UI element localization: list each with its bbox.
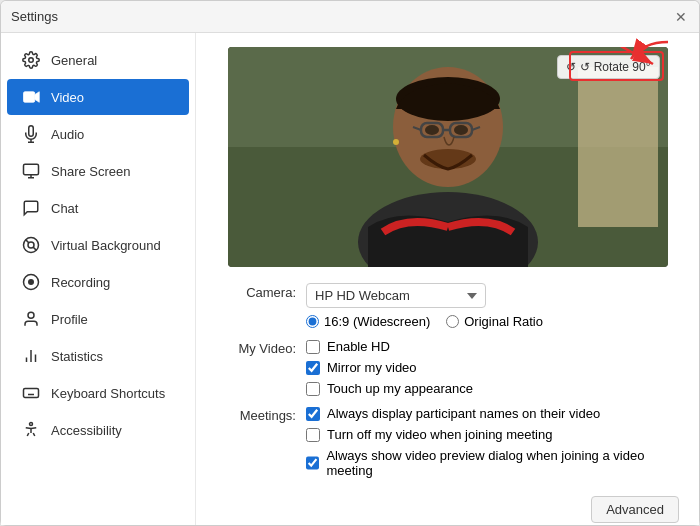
- sidebar-label-accessibility: Accessibility: [51, 423, 122, 438]
- meetings-row: Meetings: Always display participant nam…: [216, 406, 679, 478]
- video-icon: [21, 87, 41, 107]
- ratio-group: 16:9 (Widescreen) Original Ratio: [306, 314, 679, 329]
- svg-point-35: [425, 125, 439, 135]
- sidebar-item-virtual-background[interactable]: Virtual Background: [7, 227, 189, 263]
- content-area: General Video Audio: [1, 33, 699, 525]
- share-screen-icon: [21, 161, 41, 181]
- ratio-16-9-label: 16:9 (Widescreen): [324, 314, 430, 329]
- always-display-names-checkbox[interactable]: [306, 407, 320, 421]
- ratio-16-9-option[interactable]: 16:9 (Widescreen): [306, 314, 430, 329]
- camera-select-row: HP HD Webcam Default Camera No Video: [306, 283, 679, 308]
- recording-icon: [21, 272, 41, 292]
- turn-off-video-option[interactable]: Turn off my video when joining meeting: [306, 427, 679, 442]
- always-show-preview-label: Always show video preview dialog when jo…: [326, 448, 679, 478]
- close-button[interactable]: ✕: [673, 9, 689, 25]
- sidebar-item-keyboard-shortcuts[interactable]: Keyboard Shortcuts: [7, 375, 189, 411]
- video-preview: ↺ ↺ Rotate 90°: [228, 47, 668, 267]
- sidebar-label-video: Video: [51, 90, 84, 105]
- turn-off-video-label: Turn off my video when joining meeting: [327, 427, 552, 442]
- my-video-row: My Video: Enable HD Mirror my video T: [216, 339, 679, 396]
- svg-line-11: [33, 247, 36, 250]
- sidebar-item-accessibility[interactable]: Accessibility: [7, 412, 189, 448]
- sidebar-item-audio[interactable]: Audio: [7, 116, 189, 152]
- sidebar-item-recording[interactable]: Recording: [7, 264, 189, 300]
- always-show-preview-option[interactable]: Always show video preview dialog when jo…: [306, 448, 679, 478]
- enable-hd-option[interactable]: Enable HD: [306, 339, 679, 354]
- camera-row: Camera: HP HD Webcam Default Camera No V…: [216, 283, 679, 329]
- sidebar: General Video Audio: [1, 33, 196, 525]
- sidebar-label-statistics: Statistics: [51, 349, 103, 364]
- sidebar-item-share-screen[interactable]: Share Screen: [7, 153, 189, 189]
- video-preview-container: ↺ ↺ Rotate 90°: [228, 47, 668, 267]
- meetings-label: Meetings:: [216, 406, 296, 423]
- always-show-preview-checkbox[interactable]: [306, 456, 319, 470]
- touch-up-label: Touch up my appearance: [327, 381, 473, 396]
- ratio-original-radio[interactable]: [446, 315, 459, 328]
- profile-icon: [21, 309, 41, 329]
- ratio-original-label: Original Ratio: [464, 314, 543, 329]
- svg-point-36: [454, 125, 468, 135]
- enable-hd-checkbox[interactable]: [306, 340, 320, 354]
- video-person-svg: [228, 47, 668, 267]
- svg-rect-5: [24, 164, 39, 175]
- enable-hd-label: Enable HD: [327, 339, 390, 354]
- keyboard-icon: [21, 383, 41, 403]
- svg-point-38: [393, 139, 399, 145]
- sidebar-label-virtual-background: Virtual Background: [51, 238, 161, 253]
- sidebar-item-general[interactable]: General: [7, 42, 189, 78]
- turn-off-video-checkbox[interactable]: [306, 428, 320, 442]
- touch-up-checkbox[interactable]: [306, 382, 320, 396]
- sidebar-label-general: General: [51, 53, 97, 68]
- ratio-original-option[interactable]: Original Ratio: [446, 314, 543, 329]
- svg-point-13: [29, 280, 34, 285]
- sidebar-item-statistics[interactable]: Statistics: [7, 338, 189, 374]
- advanced-row: Advanced: [216, 496, 679, 523]
- advanced-button[interactable]: Advanced: [591, 496, 679, 523]
- my-video-label: My Video:: [216, 339, 296, 356]
- svg-rect-1: [24, 92, 35, 103]
- sidebar-item-video[interactable]: Video: [7, 79, 189, 115]
- camera-controls: HP HD Webcam Default Camera No Video 16:…: [306, 283, 679, 329]
- virtual-bg-icon: [21, 235, 41, 255]
- svg-rect-27: [578, 67, 658, 227]
- settings-section: Camera: HP HD Webcam Default Camera No V…: [216, 283, 679, 523]
- window-title: Settings: [11, 9, 58, 24]
- rotate-label: ↺ Rotate 90°: [580, 60, 650, 74]
- svg-point-14: [28, 312, 34, 318]
- sidebar-item-profile[interactable]: Profile: [7, 301, 189, 337]
- svg-rect-18: [24, 389, 39, 398]
- chat-icon: [21, 198, 41, 218]
- sidebar-label-chat: Chat: [51, 201, 78, 216]
- sidebar-label-keyboard-shortcuts: Keyboard Shortcuts: [51, 386, 165, 401]
- svg-line-10: [26, 240, 29, 243]
- svg-point-24: [30, 423, 33, 426]
- rotate-icon: ↺: [566, 60, 576, 74]
- my-video-controls: Enable HD Mirror my video Touch up my ap…: [306, 339, 679, 396]
- touch-up-option[interactable]: Touch up my appearance: [306, 381, 679, 396]
- sidebar-item-chat[interactable]: Chat: [7, 190, 189, 226]
- ratio-16-9-radio[interactable]: [306, 315, 319, 328]
- rotate-button[interactable]: ↺ ↺ Rotate 90°: [557, 55, 659, 79]
- svg-point-9: [28, 242, 34, 248]
- gear-icon: [21, 50, 41, 70]
- mirror-video-checkbox[interactable]: [306, 361, 320, 375]
- meetings-controls: Always display participant names on thei…: [306, 406, 679, 478]
- accessibility-icon: [21, 420, 41, 440]
- always-display-names-label: Always display participant names on thei…: [327, 406, 600, 421]
- audio-icon: [21, 124, 41, 144]
- sidebar-label-recording: Recording: [51, 275, 110, 290]
- always-display-names-option[interactable]: Always display participant names on thei…: [306, 406, 679, 421]
- mirror-video-option[interactable]: Mirror my video: [306, 360, 679, 375]
- statistics-icon: [21, 346, 41, 366]
- sidebar-label-audio: Audio: [51, 127, 84, 142]
- main-content: ↺ ↺ Rotate 90°: [196, 33, 699, 525]
- svg-marker-2: [35, 92, 40, 103]
- settings-window: Settings ✕ General Video: [0, 0, 700, 526]
- camera-label: Camera:: [216, 283, 296, 300]
- mirror-video-label: Mirror my video: [327, 360, 417, 375]
- sidebar-label-profile: Profile: [51, 312, 88, 327]
- svg-point-0: [29, 58, 34, 63]
- titlebar: Settings ✕: [1, 1, 699, 33]
- sidebar-label-share-screen: Share Screen: [51, 164, 131, 179]
- camera-select[interactable]: HP HD Webcam Default Camera No Video: [306, 283, 486, 308]
